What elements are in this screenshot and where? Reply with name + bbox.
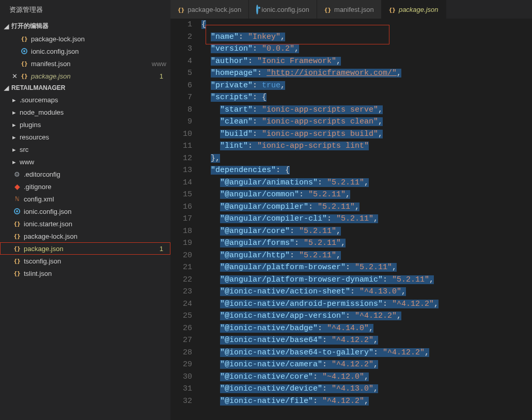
code-line[interactable]: "start": "ionic-app-scripts serve", bbox=[201, 104, 532, 116]
folder-item[interactable]: ▸.sourcemaps bbox=[0, 94, 170, 106]
code-line[interactable]: "@angular/forms": "5.2.11", bbox=[201, 237, 532, 250]
line-number: 23 bbox=[170, 286, 192, 298]
line-number: 15 bbox=[170, 189, 192, 201]
file-label: tsconfig.json bbox=[24, 257, 166, 265]
editor-tab[interactable]: {}package-lock.json bbox=[170, 0, 249, 19]
file-item[interactable]: {}ionic.starter.json bbox=[0, 217, 170, 230]
code-area[interactable]: 1234567891011121314151617181920212223242… bbox=[170, 19, 532, 420]
editor-area: {}package-lock.jsonionic.config.json{}ma… bbox=[170, 0, 532, 420]
explorer-title: 资源管理器 bbox=[0, 0, 170, 20]
line-number: 20 bbox=[170, 250, 192, 262]
gear-icon: ⚙ bbox=[12, 170, 22, 178]
file-item[interactable]: {}tsconfig.json bbox=[0, 255, 170, 267]
code-line[interactable]: }, bbox=[201, 152, 532, 165]
project-header-label: RETAILMANAGER bbox=[11, 84, 65, 91]
code-line[interactable]: "@ionic-native/file": "^4.12.2", bbox=[201, 395, 532, 408]
code-line[interactable]: "@ionic-native/app-version": "^4.12.2", bbox=[201, 310, 532, 322]
code-line[interactable]: "dependencies": { bbox=[201, 164, 532, 177]
code-line[interactable]: "lint": "ionic-app-scripts lint" bbox=[201, 140, 532, 152]
open-editor-label: ionic.config.json bbox=[31, 48, 166, 55]
line-number: 32 bbox=[170, 395, 192, 408]
ionic-config-icon bbox=[20, 48, 29, 54]
editor-tab[interactable]: {}package.json bbox=[382, 0, 446, 19]
line-number: 16 bbox=[170, 201, 192, 213]
code-line[interactable]: "@angular/platform-browser": "5.2.11", bbox=[201, 261, 532, 274]
json-icon: {} bbox=[12, 233, 22, 240]
chevron-down-icon: ◢ bbox=[3, 84, 9, 91]
line-number: 2 bbox=[170, 31, 192, 43]
folder-item[interactable]: ▸node_modules bbox=[0, 106, 170, 118]
code-line[interactable]: "clean": "ionic-app-scripts clean", bbox=[201, 116, 532, 128]
json-icon: {} bbox=[20, 60, 29, 67]
project-header[interactable]: ◢ RETAILMANAGER bbox=[0, 82, 170, 94]
open-editor-item[interactable]: {}manifest.jsonwww bbox=[0, 57, 170, 70]
git-icon: ◆ bbox=[12, 182, 22, 191]
code-line[interactable]: "@angular/compiler": "5.2.11", bbox=[201, 201, 532, 213]
file-item[interactable]: ionic.config.json bbox=[0, 205, 170, 217]
code-line[interactable]: "@ionic-native/badge": "^4.14.0", bbox=[201, 322, 532, 335]
folder-item[interactable]: ▸www bbox=[0, 155, 170, 168]
editor-tab[interactable]: ionic.config.json bbox=[249, 0, 317, 19]
file-item[interactable]: {}package-lock.json bbox=[0, 230, 170, 242]
folder-item[interactable]: ▸resources bbox=[0, 131, 170, 143]
code-line[interactable]: "@ionic-native/camera": "^4.12.2", bbox=[201, 359, 532, 371]
line-number: 7 bbox=[170, 91, 192, 104]
folder-item[interactable]: ▸src bbox=[0, 143, 170, 155]
code-content[interactable]: { "name": "Inkey", "version": "0.0.2", "… bbox=[201, 19, 532, 420]
code-line[interactable]: "build": "ionic-app-scripts build", bbox=[201, 128, 532, 141]
file-label: .gitignore bbox=[24, 183, 166, 191]
open-editor-item[interactable]: {}package-lock.json bbox=[0, 33, 170, 45]
file-label: package-lock.json bbox=[24, 232, 166, 240]
file-item[interactable]: ⚙.editorconfig bbox=[0, 168, 170, 180]
file-item[interactable]: {}package.json1 bbox=[0, 242, 170, 255]
code-line[interactable]: "homepage": "http://ionicframework.com/"… bbox=[201, 67, 532, 80]
close-icon[interactable]: ✕ bbox=[9, 72, 20, 80]
folder-item[interactable]: ▸plugins bbox=[0, 118, 170, 131]
tab-label: package-lock.json bbox=[187, 6, 241, 13]
file-item[interactable]: {}tslint.json bbox=[0, 267, 170, 279]
code-line[interactable]: "@ionic-native/base64": "^4.12.2", bbox=[201, 334, 532, 347]
open-editor-item[interactable]: ionic.config.json bbox=[0, 45, 170, 57]
line-number: 29 bbox=[170, 359, 192, 371]
code-line[interactable]: "@ionic-native/device": "^4.13.0", bbox=[201, 383, 532, 395]
code-line[interactable]: "@angular/core": "5.2.11", bbox=[201, 225, 532, 238]
explorer-sidebar: 资源管理器 ◢ 打开的编辑器 {}package-lock.jsonionic.… bbox=[0, 0, 170, 420]
code-line[interactable]: "@ionic-native/action-sheet": "^4.13.0", bbox=[201, 286, 532, 298]
line-number: 31 bbox=[170, 383, 192, 395]
tab-label: ionic.config.json bbox=[261, 6, 309, 13]
line-number: 5 bbox=[170, 67, 192, 80]
line-number: 4 bbox=[170, 55, 192, 68]
json-icon: {} bbox=[12, 258, 22, 265]
code-line[interactable]: "scripts": { bbox=[201, 91, 532, 104]
line-number: 12 bbox=[170, 152, 192, 165]
line-number: 28 bbox=[170, 347, 192, 359]
code-line[interactable]: "@ionic-native/base64-to-gallery": "^4.1… bbox=[201, 347, 532, 359]
file-item[interactable]: ℕconfig.xml bbox=[0, 193, 170, 205]
code-line[interactable]: "@ionic-native/android-permissions": "^4… bbox=[201, 298, 532, 310]
chevron-right-icon: ▸ bbox=[12, 121, 20, 129]
line-number: 9 bbox=[170, 116, 192, 128]
file-item[interactable]: ◆.gitignore bbox=[0, 180, 170, 193]
file-label: ionic.config.json bbox=[24, 208, 166, 215]
open-editors-header[interactable]: ◢ 打开的编辑器 bbox=[0, 20, 170, 33]
editor-tab[interactable]: {}manifest.json bbox=[317, 0, 382, 19]
code-line[interactable]: "@angular/compiler-cli": "5.2.11", bbox=[201, 213, 532, 225]
code-line[interactable]: "@ionic-native/core": "~4.12.0", bbox=[201, 371, 532, 383]
open-editor-label: manifest.json bbox=[31, 60, 149, 68]
code-line[interactable]: "@angular/animations": "5.2.11", bbox=[201, 177, 532, 189]
code-line[interactable]: "author": "Ionic Framework", bbox=[201, 55, 532, 68]
open-editor-item[interactable]: ✕{}package.json1 bbox=[0, 70, 170, 82]
json-icon: {} bbox=[389, 6, 396, 13]
code-line[interactable]: "@angular/common": "5.2.11", bbox=[201, 189, 532, 201]
code-line[interactable]: "@angular/platform-browser-dynamic": "5.… bbox=[201, 274, 532, 286]
folder-label: plugins bbox=[20, 121, 166, 129]
open-editors-list: {}package-lock.jsonionic.config.json{}ma… bbox=[0, 33, 170, 82]
line-number: 18 bbox=[170, 225, 192, 238]
code-line[interactable]: "version": "0.0.2", bbox=[201, 43, 532, 55]
code-line[interactable]: "@angular/http": "5.2.11", bbox=[201, 250, 532, 262]
open-editors-label: 打开的编辑器 bbox=[11, 22, 49, 30]
code-line[interactable]: "name": "Inkey", bbox=[201, 31, 532, 43]
line-number: 14 bbox=[170, 177, 192, 189]
code-line[interactable]: { bbox=[201, 19, 532, 31]
code-line[interactable]: "private": true, bbox=[201, 80, 532, 92]
